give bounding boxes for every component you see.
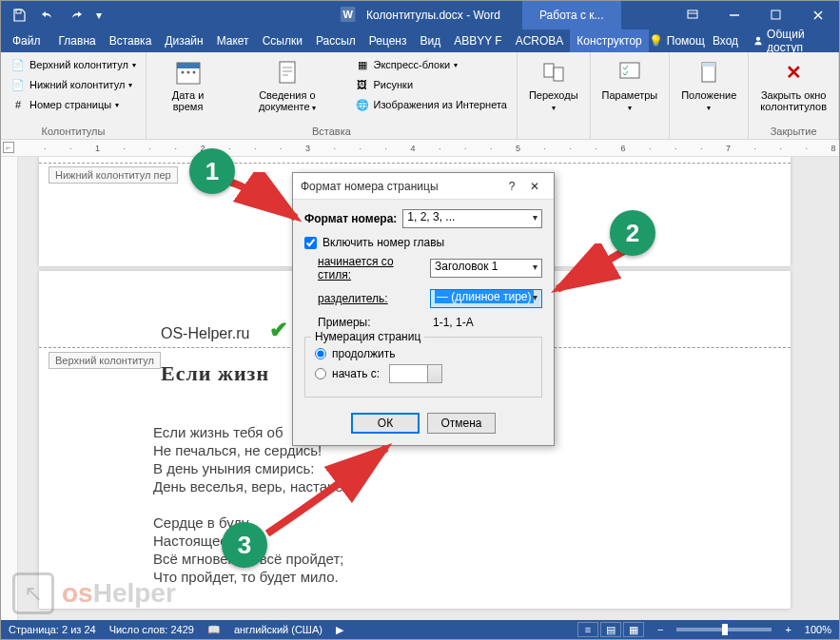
ribbon-group-insert: Дата и время Сведения о документе ▾ ▦Экс… — [147, 52, 518, 139]
tab-abbyy[interactable]: ABBYY F — [447, 29, 508, 52]
status-words[interactable]: Число слов: 2429 — [109, 624, 194, 635]
cancel-button[interactable]: Отмена — [427, 413, 496, 434]
tab-acrobat[interactable]: ACROBA — [509, 29, 571, 52]
header-button[interactable]: 📄Верхний колонтитул▾ — [7, 55, 140, 74]
minimize-button[interactable] — [713, 1, 755, 29]
quickparts-button[interactable]: ▦Экспресс-блоки▾ — [351, 55, 511, 74]
starts-style-label: начинается со стиля: — [318, 255, 424, 281]
starts-style-select[interactable]: Заголовок 1 — [430, 259, 542, 278]
context-tab-label: Работа с к... — [522, 1, 621, 29]
site-label: OS-Helper.ru — [161, 325, 249, 342]
examples-value: 1-1, 1-A — [433, 316, 474, 329]
examples-label: Примеры: — [318, 316, 427, 329]
help-icon[interactable]: 💡Помощ — [649, 34, 705, 48]
ribbon-tabs: Файл Главна Вставка Дизайн Макет Ссылки … — [1, 29, 839, 52]
horizontal-ruler[interactable]: ⌐ · · 1 · · · 2 · · · 3 · · · 4 · · · 5 … — [1, 140, 839, 157]
save-icon[interactable] — [7, 4, 31, 27]
dialog-close-button[interactable]: ✕ — [523, 180, 546, 193]
dialog-help-button[interactable]: ? — [500, 180, 523, 193]
close-button[interactable] — [797, 1, 839, 29]
ribbon-group-nav: Переходы▾ — [518, 52, 591, 139]
online-pictures-button[interactable]: 🌐Изображения из Интернета — [351, 95, 511, 114]
footer-tag: Нижний колонтитул пер — [49, 166, 178, 184]
status-language[interactable]: английский (США) — [234, 624, 322, 635]
checklist-icon — [615, 57, 645, 87]
tabs-right: 💡Помощ Вход Общий доступ — [649, 29, 839, 52]
dialog-titlebar[interactable]: Формат номера страницы ? ✕ — [293, 173, 554, 200]
share-button[interactable]: Общий доступ — [746, 29, 830, 52]
undo-icon[interactable] — [35, 4, 60, 27]
status-page[interactable]: Страница: 2 из 24 — [9, 624, 96, 635]
tab-references[interactable]: Ссылки — [256, 29, 309, 52]
date-time-button[interactable]: Дата и время — [152, 55, 224, 124]
format-label: Формат номера: — [304, 212, 397, 225]
zoom-level[interactable]: 100% — [805, 624, 831, 635]
zoom-in-button[interactable]: + — [785, 624, 791, 635]
tab-designer[interactable]: Конструктор — [570, 29, 648, 52]
tab-view[interactable]: Вид — [413, 29, 447, 52]
svg-point-10 — [192, 71, 195, 74]
group-label-headers: Колонтитулы — [7, 124, 140, 137]
start-from-spinner[interactable] — [389, 364, 442, 383]
person-icon — [753, 34, 763, 48]
header-tag: Верхний колонтитул — [49, 352, 161, 369]
tab-design[interactable]: Дизайн — [158, 29, 209, 52]
calendar-icon — [173, 57, 204, 87]
doc-info-button[interactable]: Сведения о документе ▾ — [227, 55, 346, 124]
zoom-slider[interactable] — [676, 628, 772, 631]
tab-file[interactable]: Файл — [1, 29, 52, 52]
vertical-ruler[interactable] — [1, 157, 18, 620]
transitions-button[interactable]: Переходы▾ — [523, 55, 584, 135]
docinfo-icon — [272, 57, 303, 87]
tab-review[interactable]: Реценз — [362, 29, 414, 52]
tab-layout[interactable]: Макет — [210, 29, 256, 52]
svg-text:W: W — [342, 9, 353, 20]
arrow-1 — [220, 172, 315, 239]
page-number-button[interactable]: #Номер страницы▾ — [7, 95, 140, 114]
redo-icon[interactable] — [64, 4, 88, 27]
watermark-text: osHelper — [62, 578, 176, 609]
checkmark-icon: ✔ — [269, 317, 288, 343]
title-center: W Колонтитулы.docx - Word — [340, 7, 500, 25]
format-select[interactable]: 1, 2, 3, ... — [402, 209, 542, 228]
ok-button[interactable]: ОК — [351, 413, 420, 434]
separator-select[interactable]: — (длинное тире) — [430, 289, 542, 308]
ribbon-group-params: Параметры▾ — [591, 52, 671, 139]
params-button[interactable]: Параметры▾ — [596, 55, 664, 135]
footer-button[interactable]: 📄Нижний колонтитул▾ — [7, 75, 140, 94]
watermark: ↖ osHelper — [12, 572, 176, 614]
include-chapter-checkbox[interactable]: Включить номер главы — [304, 236, 542, 249]
login-link[interactable]: Вход — [713, 34, 738, 48]
ribbon: 📄Верхний колонтитул▾ 📄Нижний колонтитул▾… — [1, 52, 839, 140]
ribbon-options-icon[interactable] — [672, 1, 713, 29]
zoom-out-button[interactable]: − — [657, 624, 663, 635]
header-icon: 📄 — [10, 57, 26, 72]
view-read-icon[interactable]: ≡ — [577, 622, 598, 637]
quickparts-icon: ▦ — [355, 57, 370, 72]
view-print-icon[interactable]: ▤ — [600, 622, 621, 637]
group-label-insert: Вставка — [152, 124, 511, 137]
status-proofing-icon[interactable]: 📖 — [207, 624, 221, 636]
qat-dropdown-icon[interactable]: ▾ — [92, 4, 106, 27]
pagenum-icon: # — [10, 97, 26, 112]
tab-insert[interactable]: Вставка — [103, 29, 159, 52]
ribbon-group-position: Положение▾ — [670, 52, 749, 139]
svg-rect-16 — [702, 63, 715, 67]
status-macro-icon[interactable]: ▶ — [336, 624, 343, 636]
start-from-radio[interactable]: начать с: — [315, 364, 532, 383]
maximize-button[interactable] — [755, 1, 797, 29]
dialog-title: Формат номера страницы — [301, 180, 500, 193]
svg-rect-4 — [772, 10, 780, 19]
svg-point-5 — [756, 37, 760, 41]
svg-point-9 — [186, 71, 189, 74]
tab-selector[interactable]: ⌐ — [3, 142, 14, 153]
title-bar: ▾ W Колонтитулы.docx - Word Работа с к..… — [1, 1, 839, 29]
continue-radio[interactable]: продолжить — [315, 347, 532, 360]
close-header-footer-button[interactable]: ✕ Закрыть окноколонтитулов — [754, 55, 832, 124]
position-button[interactable]: Положение▾ — [675, 55, 742, 135]
view-web-icon[interactable]: ▦ — [623, 622, 644, 637]
footer-icon: 📄 — [10, 77, 26, 92]
tab-home[interactable]: Главна — [52, 29, 103, 52]
tab-mailings[interactable]: Рассыл — [309, 29, 362, 52]
pictures-button[interactable]: 🖼Рисунки — [351, 75, 511, 94]
